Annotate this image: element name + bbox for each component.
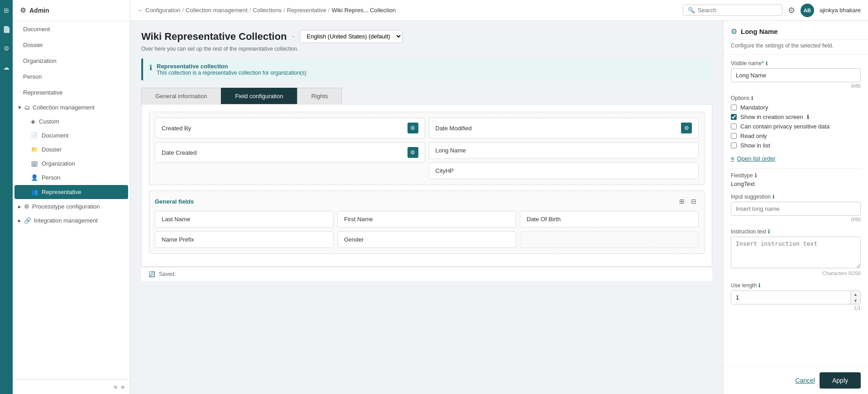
breadcrumb-representative[interactable]: Representative (287, 7, 326, 14)
sidebar-section-label: Collection management (33, 104, 95, 111)
use-length-input[interactable] (731, 291, 850, 304)
search-box[interactable]: 🔍 (683, 5, 782, 16)
label-show-list: Show in list (740, 142, 770, 149)
sidebar-item-document[interactable]: Document (13, 21, 130, 37)
fields-container: Created By ⚙ Date Created ⚙ (141, 104, 712, 267)
visible-name-group: Visible name* ℹ 9/80 (731, 60, 861, 89)
checkbox-privacy[interactable] (731, 123, 737, 129)
breadcrumb-collections[interactable]: Collections (253, 7, 282, 14)
sidebar-sub-organization[interactable]: 🏢 Organization (13, 157, 130, 171)
field-card-date-of-birth[interactable]: Date Of Birth (520, 211, 699, 228)
checkbox-readonly[interactable] (731, 133, 737, 139)
collapse-icon[interactable]: « (114, 383, 117, 390)
section-icon-btn-2[interactable]: ⊟ (689, 196, 699, 206)
checkbox-mandatory[interactable] (731, 104, 737, 110)
field-action-btn-date-modified[interactable]: ⚙ (681, 123, 692, 133)
field-card-long-name[interactable]: Long Name (429, 142, 699, 159)
use-length-label: Use length ℹ (731, 282, 861, 289)
sidebar-section-collection-management[interactable]: ▾ 🗂 Collection management (13, 100, 130, 114)
nav-sidebar: ⚙ Admin Document Dossier Organization Pe… (13, 0, 130, 394)
collapse-icon-2[interactable]: » (121, 383, 125, 390)
search-input[interactable] (698, 7, 777, 14)
right-panel-header: ⚙ Long Name (724, 21, 868, 40)
right-panel-title: Long Name (741, 28, 778, 35)
settings-icon: ⚙ (20, 6, 26, 14)
field-card-cityhp[interactable]: CityHP (429, 162, 699, 179)
checkbox-show-creation[interactable] (731, 114, 737, 120)
nav-icon-doc[interactable]: 📄 (1, 24, 11, 34)
sidebar-item-organization[interactable]: Organization (13, 53, 130, 69)
input-suggestion-group: Input suggestion ℹ 0/90 (731, 194, 861, 222)
instruction-text-input[interactable] (731, 237, 861, 268)
processtype-icon: ⚙ (24, 203, 29, 210)
field-label-cityhp: CityHP (436, 167, 454, 174)
sidebar-sub-representative[interactable]: 👥 Representative (14, 185, 128, 199)
fields-section-top: Created By ⚙ Date Created ⚙ (149, 112, 705, 185)
instruction-text-chars: Characters 0/250 (731, 271, 861, 276)
cancel-button[interactable]: Cancel (795, 377, 815, 384)
field-card-date-created[interactable]: Date Created ⚙ (155, 142, 425, 163)
sidebar-section-processtype[interactable]: ▸ ⚙ Processtype configuration (13, 199, 130, 214)
label-privacy: Can contain privacy sensitive data (740, 123, 830, 130)
sidebar-sub-custom[interactable]: ◈ Custom (13, 114, 130, 128)
dossier-icon: 📁 (31, 146, 38, 153)
sidebar-section-integration[interactable]: ▸ 🔗 Integration management (13, 214, 130, 228)
sidebar-item-dossier[interactable]: Dossier (13, 37, 130, 53)
field-label-last-name: Last Name (162, 216, 190, 223)
use-length-group: Use length ℹ ▲ ▼ 1/1 (731, 282, 861, 311)
chevron-down-icon: ▾ (18, 104, 21, 111)
settings-icon-topbar[interactable]: ⚙ (788, 5, 795, 15)
sidebar-sub-document[interactable]: 📄 Document (13, 128, 130, 142)
use-length-info-icon: ℹ (758, 282, 761, 289)
field-action-btn-created-by[interactable]: ⚙ (408, 123, 418, 133)
fields-section-general: General fields ⊞ ⊟ Last Name First Name (149, 190, 705, 254)
field-action-btn-date-created[interactable]: ⚙ (408, 147, 418, 158)
option-readonly: Read only (731, 133, 861, 139)
sidebar-item-person[interactable]: Person (13, 69, 130, 85)
field-card-date-modified[interactable]: Date Modified ⚙ (429, 118, 699, 138)
field-label-name-prefix: Name Prefix (162, 236, 194, 243)
tab-general-info[interactable]: General information (141, 88, 221, 104)
field-label-long-name: Long Name (436, 147, 466, 154)
language-select[interactable]: English (United States) (default) (300, 30, 403, 43)
open-list-order-label: Open list order (737, 155, 776, 162)
section-icon-btn-1[interactable]: ⊞ (677, 196, 687, 206)
tab-rights[interactable]: Rights (297, 88, 342, 104)
checkbox-show-list[interactable] (731, 142, 737, 148)
general-fields-grid: Last Name First Name Date Of Birth Name … (155, 211, 699, 248)
right-panel-body: Visible name* ℹ 9/80 Options ℹ Mandatory (724, 55, 868, 366)
field-card-gender[interactable]: Gender (337, 231, 516, 248)
visible-name-input[interactable] (731, 68, 861, 82)
sidebar-item-representative[interactable]: Representative (13, 85, 130, 100)
nav-icon-cloud[interactable]: ☁ (1, 62, 11, 72)
refresh-icon: 🔄 (149, 271, 155, 277)
status-bar: 🔄 Saved: (141, 267, 712, 281)
field-label-date-of-birth: Date Of Birth (527, 216, 561, 223)
nav-icon-settings[interactable]: ⚙ (1, 43, 11, 53)
spin-up-btn[interactable]: ▲ (851, 291, 860, 298)
options-info-icon: ℹ (751, 95, 753, 101)
page-content: Wiki Representative Collection · English… (130, 21, 868, 394)
field-card-last-name[interactable]: Last Name (155, 211, 334, 228)
open-list-order-link[interactable]: ≡ Open list order (731, 155, 861, 162)
tabs-row: General information Field configuration … (141, 88, 712, 104)
breadcrumb-collection-mgmt[interactable]: Collection management (186, 7, 248, 14)
field-card-first-name[interactable]: First Name (337, 211, 516, 228)
list-order-icon: ≡ (731, 155, 734, 162)
input-suggestion-input[interactable] (731, 202, 861, 216)
sidebar-sub-dossier[interactable]: 📁 Dossier (13, 142, 130, 157)
tab-field-config[interactable]: Field configuration (221, 88, 297, 104)
field-card-actions: ⚙ (408, 123, 418, 133)
spin-down-btn[interactable]: ▼ (851, 298, 860, 304)
field-card-created-by[interactable]: Created By ⚙ (155, 118, 425, 138)
back-icon[interactable]: ← (138, 7, 144, 14)
nav-header: ⚙ Admin (13, 0, 130, 21)
nav-icon-grid[interactable]: ⊞ (1, 5, 11, 15)
label-readonly: Read only (740, 133, 767, 139)
field-card-name-prefix[interactable]: Name Prefix (155, 231, 334, 248)
breadcrumb-configuration[interactable]: Configuration (145, 7, 180, 14)
collection-mgmt-icon: 🗂 (24, 104, 30, 111)
sidebar-sub-person[interactable]: 👤 Person (13, 171, 130, 185)
option-privacy: Can contain privacy sensitive data (731, 123, 861, 130)
apply-button[interactable]: Apply (820, 372, 861, 389)
